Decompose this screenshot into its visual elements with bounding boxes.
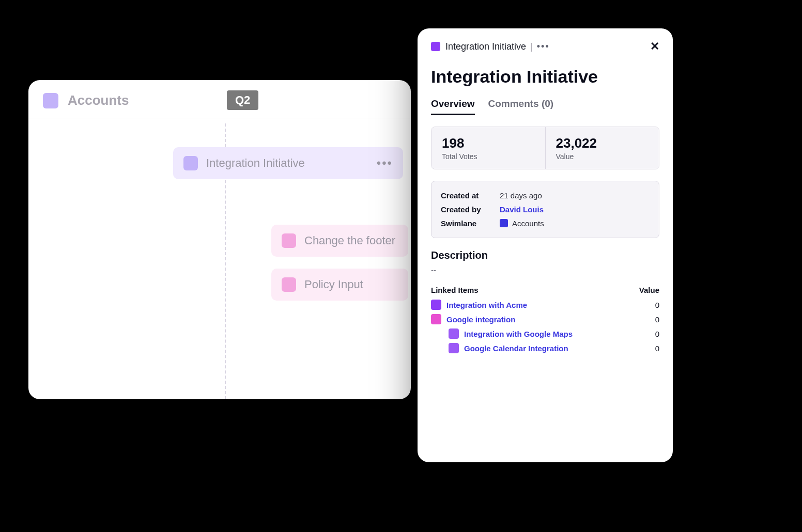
meta-value: Accounts [500,219,544,228]
item-color-icon [431,314,441,324]
item-color-icon [449,343,459,353]
linked-item-label: Google Calendar Integration [464,344,568,353]
meta-created-at: Created at 21 days ago [441,189,650,202]
swimlane-title: Accounts [68,92,129,108]
linked-item-value: 0 [655,344,659,353]
description-heading: Description [431,249,659,261]
linked-items-list: Integration with Acme 0 Google integrati… [431,300,659,353]
detail-panel: Integration Initiative | ••• ✕ Integrati… [418,28,673,462]
panel-header: Integration Initiative | ••• ✕ [431,41,659,52]
card-label: Integration Initiative [206,157,305,170]
meta-user-link[interactable]: David Louis [500,205,544,214]
tab-overview[interactable]: Overview [431,98,475,115]
description-body: -- [431,265,659,274]
linked-item[interactable]: Integration with Acme 0 [431,300,659,310]
linked-item-label: Google integration [446,315,515,324]
item-color-icon [449,328,459,339]
board-header: Accounts [28,80,411,118]
meta-swimlane: Swimlane Accounts [441,216,650,230]
meta-created-by: Created by David Louis [441,202,650,216]
more-icon[interactable]: ••• [377,156,393,170]
breadcrumb-separator: | [530,41,533,52]
stat-label: Value [556,152,649,161]
swimlane-name: Accounts [512,219,544,228]
stat-value: 23,022 [556,135,649,151]
stat-total-votes: 198 Total Votes [431,127,545,169]
roadmap-card[interactable]: Change the footer [271,225,408,257]
linked-item[interactable]: Integration with Google Maps 0 [431,328,659,339]
swimlane-color-icon [500,219,508,227]
meta-box: Created at 21 days ago Created by David … [431,181,659,238]
linked-item-value: 0 [655,330,659,338]
meta-key: Created at [441,191,492,200]
item-color-icon [431,42,440,51]
linked-items-title: Linked Items [431,286,479,294]
roadmap-card[interactable]: Integration Initiative ••• [173,147,403,179]
meta-key: Created by [441,205,492,214]
card-color-icon [282,233,296,248]
stats-box: 198 Total Votes 23,022 Value [431,127,659,169]
tabs: Overview Comments (0) [431,98,659,115]
more-icon[interactable]: ••• [537,41,550,52]
linked-item-label: Integration with Google Maps [464,330,573,338]
linked-item[interactable]: Google integration 0 [431,314,659,324]
meta-value: 21 days ago [500,191,542,200]
card-color-icon [183,156,198,170]
linked-item[interactable]: Google Calendar Integration 0 [431,343,659,353]
item-color-icon [431,300,441,310]
item-title: Integration Initiative [431,67,659,87]
tab-comments[interactable]: Comments (0) [488,98,554,115]
meta-key: Swimlane [441,219,492,228]
stat-label: Total Votes [442,152,535,161]
breadcrumb[interactable]: Integration Initiative | ••• [445,41,550,52]
swimlane-color-icon [43,93,58,108]
close-icon[interactable]: ✕ [650,41,659,52]
linked-items-value-title: Value [639,286,659,294]
linked-item-value: 0 [655,301,659,309]
roadmap-card[interactable]: Policy Input [271,269,408,301]
card-label: Policy Input [304,278,363,291]
card-color-icon [282,277,296,292]
card-label: Change the footer [304,234,395,247]
stat-value: 198 [442,135,535,151]
roadmap-board: Accounts Q2 Integration Initiative ••• C… [28,80,411,399]
breadcrumb-label: Integration Initiative [445,41,526,52]
stat-value: 23,022 Value [545,127,659,169]
quarter-marker: Q2 [227,90,258,110]
linked-items-header: Linked Items Value [431,286,659,294]
linked-item-label: Integration with Acme [446,301,527,309]
linked-item-value: 0 [655,315,659,324]
